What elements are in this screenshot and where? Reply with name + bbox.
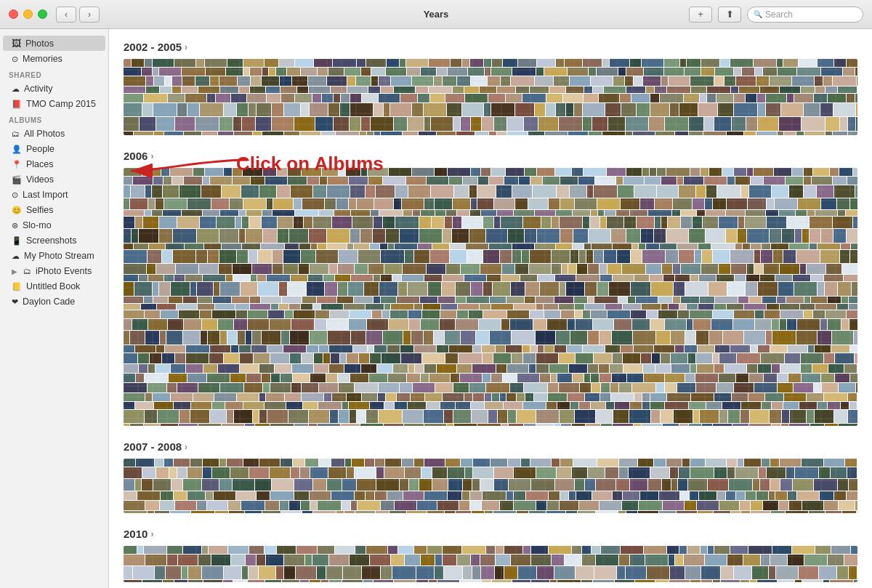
chevron-icon: › (185, 42, 187, 52)
places-icon: 📍 (12, 160, 22, 169)
sidebar-item-people[interactable]: 👤 People (3, 142, 105, 156)
slo-mo-icon: ⊛ (12, 221, 18, 230)
sidebar-item-videos[interactable]: 🎬 Videos (3, 172, 105, 187)
daylon-cade-icon: ❤ (12, 297, 18, 307)
forward-button[interactable]: › (79, 7, 100, 23)
chevron-icon: › (150, 151, 153, 161)
sidebar-item-all-photos[interactable]: 🗂 All Photos (3, 126, 105, 141)
year-section-2010: 2010 › (124, 528, 857, 582)
last-import-icon: ⊙ (12, 190, 18, 200)
search-input[interactable]: Search (765, 9, 793, 20)
nav-buttons: ‹ › (56, 7, 100, 23)
sidebar-item-tmo-camp[interactable]: 📕 TMO Camp 2015 (3, 97, 105, 111)
sidebar-item-label: Screenshots (26, 235, 76, 246)
year-label: 2006 (124, 150, 148, 162)
year-label: 2002 - 2005 (124, 41, 182, 53)
share-button[interactable]: ⬆ (718, 7, 741, 23)
sidebar-item-label: Selfies (26, 205, 54, 215)
sidebar-item-label: Last Import (23, 190, 68, 200)
memories-icon: ⊙ (12, 55, 18, 64)
year-label: 2007 - 2008 (124, 440, 182, 453)
photo-stream-icon: ☁ (12, 251, 20, 261)
sidebar-item-untitled-book[interactable]: 📒 Untitled Book (3, 279, 105, 294)
close-button[interactable] (9, 9, 18, 19)
tmo-camp-icon: 📕 (12, 100, 22, 109)
add-button[interactable]: + (689, 7, 712, 23)
sidebar-item-photo-stream[interactable]: ☁ My Photo Stream (3, 249, 105, 263)
sidebar-item-last-import[interactable]: ⊙ Last Import (3, 188, 105, 202)
main-layout: 🖼 Photos ⊙ Memories Shared ☁ Activity 📕 … (0, 29, 872, 588)
sidebar-item-label: Videos (26, 174, 54, 185)
all-photos-icon: 🗂 (12, 129, 20, 138)
activity-icon: ☁ (12, 84, 20, 94)
shared-section-label: Shared (0, 67, 108, 81)
toolbar-right: + ⬆ 🔍 Search (689, 7, 863, 23)
sidebar-item-label: Photos (25, 39, 54, 49)
sidebar-item-slo-mo[interactable]: ⊛ Slo-mo (3, 218, 105, 233)
year-label: 2010 (124, 528, 148, 540)
sidebar-item-activity[interactable]: ☁ Activity (3, 81, 105, 96)
title-bar: ‹ › Years + ⬆ 🔍 Search (0, 0, 872, 29)
sidebar-item-selfies[interactable]: 😊 Selfies (3, 203, 105, 217)
expand-icon: ▶ (12, 267, 17, 275)
search-box[interactable]: 🔍 Search (747, 7, 863, 23)
sidebar-item-iphoto-events[interactable]: ▶ 🗂 iPhoto Events (3, 264, 105, 278)
photo-strip-2002-2005 (124, 59, 857, 135)
photo-strip-2006 (124, 168, 857, 426)
sidebar-item-label: My Photo Stream (24, 251, 94, 261)
year-header-2010[interactable]: 2010 › (124, 528, 857, 540)
content-area[interactable]: Click on Albums 2002 - 2005 › 2006 › 200… (109, 29, 872, 588)
people-icon: 👤 (12, 145, 22, 154)
search-icon: 🔍 (754, 10, 762, 18)
year-header-2006[interactable]: 2006 › (124, 150, 857, 162)
sidebar-item-memories[interactable]: ⊙ Memories (3, 52, 105, 66)
sidebar-item-label: iPhoto Events (36, 266, 92, 276)
sidebar-item-screenshots[interactable]: 📱 Screenshots (3, 233, 105, 248)
sidebar-item-label: Untitled Book (26, 281, 80, 291)
back-button[interactable]: ‹ (56, 7, 76, 23)
window-title: Years (424, 9, 449, 20)
untitled-book-icon: 📒 (12, 282, 22, 291)
sidebar: 🖼 Photos ⊙ Memories Shared ☁ Activity 📕 … (0, 29, 109, 588)
sidebar-item-label: All Photos (24, 129, 65, 139)
iphoto-events-icon: 🗂 (23, 267, 31, 275)
photo-strip-2010 (124, 546, 857, 582)
minimize-button[interactable] (23, 9, 33, 19)
photo-strip-2007-2008 (124, 459, 857, 513)
sidebar-item-label: Memories (23, 54, 62, 64)
traffic-lights (9, 9, 47, 19)
sidebar-item-label: Slo-mo (23, 220, 52, 230)
videos-icon: 🎬 (12, 175, 22, 185)
maximize-button[interactable] (38, 9, 47, 19)
chevron-icon: › (150, 529, 153, 539)
sidebar-item-label: TMO Camp 2015 (26, 99, 96, 109)
albums-section-label: Albums (0, 112, 108, 126)
sidebar-item-label: Activity (24, 84, 53, 94)
sidebar-item-places[interactable]: 📍 Places (3, 157, 105, 172)
selfies-icon: 😊 (12, 206, 22, 215)
year-section-2002-2005: 2002 - 2005 › (124, 41, 857, 135)
year-header-2007-2008[interactable]: 2007 - 2008 › (124, 440, 857, 453)
photos-icon: 🖼 (12, 38, 21, 49)
sidebar-item-photos[interactable]: 🖼 Photos (3, 36, 105, 51)
year-section-2007-2008: 2007 - 2008 › (124, 440, 857, 513)
sidebar-item-daylon-cade[interactable]: ❤ Daylon Cade (3, 294, 105, 309)
year-header-2002-2005[interactable]: 2002 - 2005 › (124, 41, 857, 53)
sidebar-item-label: Places (26, 159, 54, 169)
sidebar-item-label: Daylon Cade (23, 297, 75, 307)
chevron-icon: › (185, 442, 187, 452)
year-section-2006: 2006 › (124, 150, 857, 426)
screenshots-icon: 📱 (12, 236, 22, 246)
sidebar-item-label: People (26, 144, 54, 154)
